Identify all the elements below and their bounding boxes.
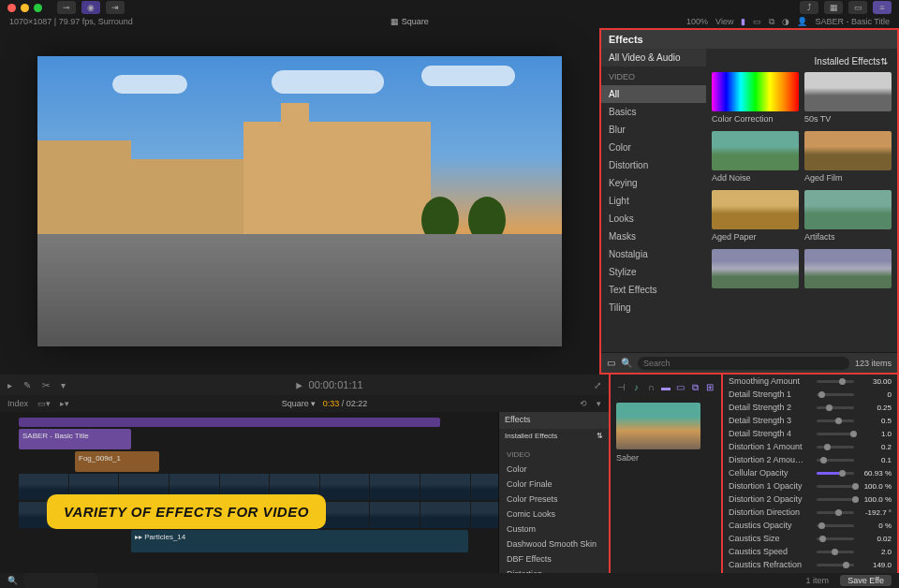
footer-search-input[interactable]	[23, 573, 98, 589]
inspector-param-detail-strength-2[interactable]: Detail Strength 20.25	[723, 401, 897, 414]
toolbar-menu-icon[interactable]: ≡	[873, 1, 892, 14]
promo-callout: VARIETY OF EFFECTS FOR VIDEO	[47, 494, 326, 529]
effects-cat-basics[interactable]: Basics	[601, 103, 706, 121]
avatar-icon[interactable]: 👤	[797, 17, 807, 26]
tl-tool-menu[interactable]: ▾	[61, 380, 66, 390]
track-marker[interactable]	[19, 418, 440, 427]
clip-tool-1[interactable]: ▬	[660, 382, 671, 395]
tl-tool-scissors[interactable]: ✂	[42, 380, 50, 390]
inspector-param-distortion-1-amount[interactable]: Distortion 1 Amount0.2	[723, 440, 897, 453]
inspector-param-caustics-refraction[interactable]: Caustics Refraction149.0	[723, 558, 897, 571]
tl-browser-item-dbf-effects[interactable]: DBF Effects	[499, 551, 609, 566]
inspector-param-detail-strength-1[interactable]: Detail Strength 10	[723, 388, 897, 401]
view-menu[interactable]: View	[715, 17, 733, 26]
effects-cat-nostalgia[interactable]: Nostalgia	[601, 245, 706, 263]
inspector-param-distortion-2-opacity[interactable]: Distortion 2 Opacity100.0 %	[723, 492, 897, 506]
clip-tool-4[interactable]: ⊞	[704, 382, 715, 395]
zoom-level[interactable]: 100%	[686, 17, 708, 26]
effects-cat-light[interactable]: Light	[601, 192, 706, 210]
bar-icon-2[interactable]: ▭	[753, 17, 761, 26]
toolbar-refresh-icon[interactable]: ◉	[81, 1, 100, 14]
effects-cat-color[interactable]: Color	[601, 139, 706, 156]
toolbar-share-icon[interactable]: ⤴	[800, 1, 818, 14]
inspector-param-caustics-opacity[interactable]: Caustics Opacity0 %	[723, 519, 897, 532]
clip-tool-3[interactable]: ⧉	[690, 382, 701, 395]
effects-cat-looks[interactable]: Looks	[601, 210, 706, 228]
inspector-param-detail-strength-3[interactable]: Detail Strength 30.5	[723, 414, 897, 427]
toolbar-key-icon[interactable]: ⊸	[57, 1, 76, 14]
clip-thumbnail[interactable]	[616, 403, 700, 449]
effects-cat-all[interactable]: All	[601, 85, 706, 103]
minimize-window-icon[interactable]	[21, 4, 29, 12]
effect-thumb-50s-tv[interactable]: 50s TV	[804, 72, 892, 124]
bar-icon-4[interactable]: ◑	[782, 17, 789, 26]
effects-search-input[interactable]	[638, 357, 849, 370]
toolbar-layout-icon[interactable]: ▭	[848, 1, 867, 14]
info-bar: 1070×1087 | 79.97 fps, Surround ▦ Square…	[0, 15, 899, 28]
tl-browser-item-color[interactable]: Color	[499, 462, 609, 477]
effects-section-video: VIDEO	[601, 66, 706, 85]
tl-browser-item-dashwood-smooth-skin[interactable]: Dashwood Smooth Skin	[499, 537, 609, 551]
effects-cat-text-effects[interactable]: Text Effects	[601, 281, 706, 299]
effect-thumb-artifacts[interactable]: Artifacts	[804, 190, 892, 242]
tl-browser-item-color-finale[interactable]: Color Finale	[499, 477, 609, 492]
close-window-icon[interactable]	[7, 4, 16, 12]
effect-thumb-add-noise[interactable]: Add Noise	[712, 131, 799, 183]
inspector-param-detail-strength-4[interactable]: Detail Strength 41.0	[723, 427, 897, 440]
toolbar-grid-icon[interactable]: ▦	[824, 1, 843, 14]
track-fog[interactable]: Fog_009d_1	[75, 451, 159, 472]
effects-panel: Effects All Video & Audio VIDEO AllBasic…	[599, 28, 899, 375]
clip-tool-headphones[interactable]: ∩	[645, 382, 656, 395]
effect-thumb-item[interactable]	[804, 249, 892, 291]
track-title[interactable]: SABER - Basic Title	[19, 429, 131, 449]
installed-effects-label[interactable]: Installed Effects ⇅	[712, 54, 892, 72]
effects-thumbnails: Installed Effects ⇅ Color Correction50s …	[706, 49, 897, 352]
tl-expand-icon[interactable]: ⤢	[594, 380, 601, 390]
inspector-param-smoothing-amount[interactable]: Smoothing Amount30.00	[723, 375, 897, 388]
effects-header: Effects	[601, 30, 897, 49]
clip-tool-marker[interactable]: ⊣	[616, 382, 627, 395]
effects-cat-stylize[interactable]: Stylize	[601, 263, 706, 281]
tl-idx-tool3[interactable]: ⟲	[580, 399, 587, 408]
tab-label: SABER - Basic Title	[815, 17, 890, 26]
index-label[interactable]: Index	[7, 399, 28, 408]
clip-tool-2[interactable]: ▭	[675, 382, 686, 395]
effect-thumb-aged-paper[interactable]: Aged Paper	[712, 190, 799, 242]
inspector-param-distortion-1-opacity[interactable]: Distortion 1 Opacity100.0 %	[723, 479, 897, 492]
tl-browser-item-color-presets[interactable]: Color Presets	[499, 492, 609, 507]
tl-idx-tool1[interactable]: ▭▾	[37, 399, 51, 408]
tl-idx-tool4[interactable]: ▾	[597, 399, 601, 408]
tl-tool-arrow[interactable]: ▸	[7, 380, 12, 390]
effects-cat-all-va[interactable]: All Video & Audio	[601, 49, 706, 66]
viewer-canvas[interactable]	[37, 56, 562, 346]
tl-browser-item-video[interactable]: VIDEO	[499, 448, 609, 462]
effects-cat-distortion[interactable]: Distortion	[601, 156, 706, 174]
inspector-param-caustics-speed[interactable]: Caustics Speed2.0	[723, 545, 897, 558]
track-particles[interactable]: ▸▸ Particles_14	[131, 530, 468, 552]
window-controls	[7, 4, 42, 12]
tl-browser-item-custom[interactable]: Custom	[499, 522, 609, 537]
maximize-window-icon[interactable]	[34, 4, 42, 12]
bar-icon-1[interactable]: ▮	[741, 17, 745, 26]
footer-bar: 🔍 1 item Save Effe	[0, 573, 899, 588]
bar-icon-3[interactable]: ⧉	[769, 17, 774, 27]
tl-tool-edit[interactable]: ✎	[23, 380, 31, 390]
tl-browser-item-comic-looks[interactable]: Comic Looks	[499, 507, 609, 522]
inspector-param-distortion-direction[interactable]: Distortion Direction-192.7 °	[723, 506, 897, 519]
inspector-param-caustics-size[interactable]: Caustics Size0.02	[723, 532, 897, 545]
save-effect-button[interactable]: Save Effe	[840, 575, 892, 586]
tl-idx-tool2[interactable]: ▸▾	[60, 399, 69, 408]
inspector-param-cellular-opacity[interactable]: Cellular Opacity60.93 %	[723, 466, 897, 479]
effects-cat-masks[interactable]: Masks	[601, 228, 706, 245]
toolbar-export-icon[interactable]: ⇥	[106, 1, 125, 14]
effects-cat-tiling[interactable]: Tiling	[601, 299, 706, 316]
layout-icon[interactable]: ▭	[607, 358, 615, 368]
effect-thumb-aged-film[interactable]: Aged Film	[804, 131, 892, 183]
effects-cat-blur[interactable]: Blur	[601, 121, 706, 139]
effects-cat-keying[interactable]: Keying	[601, 174, 706, 192]
clip-tool-audio[interactable]: ♪	[631, 382, 642, 395]
inspector-param-distortion-2-amou-[interactable]: Distortion 2 Amou…0.1	[723, 453, 897, 466]
footer-search-icon[interactable]: 🔍	[7, 576, 18, 585]
effect-thumb-color-correction[interactable]: Color Correction	[712, 72, 799, 124]
effect-thumb-item[interactable]	[712, 249, 799, 291]
